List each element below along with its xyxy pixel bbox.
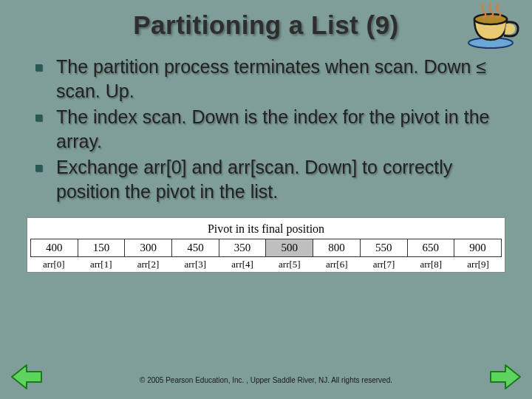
slide: Partitioning a List (9) The partition pr… — [0, 0, 532, 399]
array-labels: arr[0] arr[1] arr[2] arr[3] arr[4] arr[5… — [30, 259, 502, 270]
array-label: arr[9] — [454, 259, 502, 270]
array-label: arr[7] — [361, 259, 408, 270]
array-cell: 300 — [125, 239, 172, 257]
bullet-list: The partition process terminates when sc… — [18, 55, 514, 204]
array-cell: 800 — [313, 239, 361, 257]
array-label: arr[8] — [407, 259, 454, 270]
bullet-item: The index scan. Down is the index for th… — [31, 105, 507, 154]
array-label: arr[5] — [266, 259, 313, 270]
arrow-right-icon — [489, 362, 522, 392]
array-table: 400 150 300 450 350 500 800 550 650 900 — [30, 239, 502, 257]
array-label: arr[4] — [219, 259, 266, 270]
array-label: arr[2] — [125, 259, 172, 270]
svg-marker-2 — [12, 365, 41, 389]
array-cell: 350 — [219, 239, 266, 257]
array-cell: 400 — [31, 239, 78, 257]
array-cell: 650 — [407, 239, 454, 257]
array-cell-pivot: 500 — [266, 239, 313, 257]
array-label: arr[3] — [171, 259, 219, 270]
array-cell: 550 — [360, 239, 407, 257]
teacup-icon — [464, 1, 522, 50]
page-title: Partitioning a List (9) — [18, 10, 514, 40]
array-label: arr[6] — [313, 259, 361, 270]
array-label: arr[1] — [78, 259, 125, 270]
array-label: arr[0] — [30, 259, 78, 270]
copyright-footer: © 2005 Pearson Education, Inc. , Upper S… — [0, 376, 532, 384]
array-cell: 150 — [78, 239, 125, 257]
figure-caption: Pivot in its final position — [30, 222, 502, 236]
array-cell: 450 — [172, 239, 219, 257]
svg-marker-3 — [491, 365, 520, 389]
pivot-figure: Pivot in its final position 400 150 300 … — [27, 217, 505, 273]
svg-point-1 — [474, 14, 507, 24]
prev-button[interactable] — [10, 362, 43, 392]
array-cell: 900 — [454, 239, 502, 257]
next-button[interactable] — [489, 362, 522, 392]
arrow-left-icon — [10, 362, 43, 392]
bullet-item: Exchange arr[0] and arr[scan. Down] to c… — [31, 155, 507, 204]
bullet-item: The partition process terminates when sc… — [31, 55, 507, 103]
